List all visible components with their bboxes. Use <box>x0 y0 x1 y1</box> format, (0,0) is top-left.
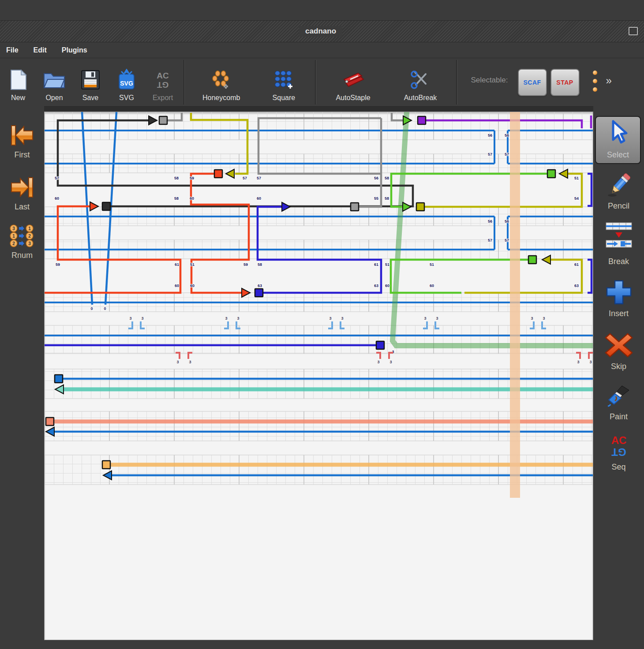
right-tool-panel: SelectPencilBreakInsertSkipPaintACGTSeq <box>593 106 644 649</box>
insertion-count-label: 3 <box>543 316 545 321</box>
open-button[interactable]: Open <box>36 58 72 106</box>
strand-endpoint-square[interactable] <box>255 289 263 297</box>
base-number-label: 63 <box>574 283 579 288</box>
path-view-canvas[interactable]: 5758595757565851605860605558545656575756… <box>44 112 593 640</box>
staple-darkblue-bracket-a[interactable] <box>588 174 592 206</box>
square-button[interactable]: Square <box>255 58 312 106</box>
svg-text:2: 2 <box>28 234 31 239</box>
staple-green-b[interactable] <box>391 260 528 293</box>
crossover-count-label: 3 <box>589 360 592 364</box>
pencil-icon <box>606 173 632 200</box>
toolbar-separator <box>456 60 457 104</box>
tool-paint-button[interactable]: Paint <box>593 385 644 421</box>
strand-endpoint-square[interactable] <box>55 375 63 383</box>
svg-text:1: 1 <box>28 226 31 231</box>
base-number-label: 57 <box>488 152 492 157</box>
menu-edit[interactable]: Edit <box>34 46 47 54</box>
base-number-label: 59 <box>243 262 248 267</box>
tool-label: Break <box>608 257 629 266</box>
tool-insert-button[interactable]: Insert <box>593 279 644 318</box>
base-number-label: 0 <box>90 306 93 311</box>
tool-last-button[interactable]: Last <box>0 176 44 212</box>
strand-endpoint-square[interactable] <box>46 418 54 425</box>
menu-plugins[interactable]: Plugins <box>62 46 87 54</box>
strand-endpoint-square[interactable] <box>547 170 555 178</box>
export-button[interactable]: ACGTExport <box>145 58 181 106</box>
base-number-label: 56 <box>488 219 492 224</box>
crossover-count-label: 3 <box>377 360 379 364</box>
base-number-label: 51 <box>385 262 389 267</box>
toolbar-button-label: Export <box>153 94 173 102</box>
svg-text:1: 1 <box>12 234 15 239</box>
strand-endpoint-square[interactable] <box>102 461 110 469</box>
svg-button[interactable]: SVGSVG <box>109 58 145 106</box>
base-number-label: 63 <box>374 283 378 288</box>
tool-first-button[interactable]: First <box>0 124 44 160</box>
strand-endpoint-square[interactable] <box>376 341 384 349</box>
staple-olive-b[interactable] <box>424 174 582 207</box>
select-cursor-icon <box>606 119 630 149</box>
paint-brush-icon <box>606 385 632 410</box>
base-number-label: 57 <box>243 176 247 180</box>
crossover-count-label: 3 <box>176 360 179 364</box>
new-document-icon <box>9 68 27 91</box>
toolbar-separator <box>183 60 185 104</box>
base-number-label: 54 <box>574 196 579 201</box>
crossover-count-label: 3 <box>577 360 579 364</box>
insertion-count-label: 3 <box>436 316 438 321</box>
tool-label: Seq <box>611 463 625 472</box>
autobreak-button[interactable]: AutoBreak <box>387 58 454 106</box>
insertion-count-label: 3 <box>225 316 227 321</box>
strand-endpoint-square[interactable] <box>528 256 536 264</box>
staple-red[interactable] <box>191 174 249 293</box>
path-view-svg[interactable]: 5758595757565851605860605558545656575756… <box>45 112 594 641</box>
tool-pencil-button[interactable]: Pencil <box>593 173 644 211</box>
strand-endpoint-square[interactable] <box>418 116 426 124</box>
insert-plus-icon <box>605 279 633 307</box>
break-strand-icon <box>605 222 633 255</box>
svg-text:GT: GT <box>157 80 168 90</box>
tool-label: Pencil <box>608 201 629 211</box>
save-floppy-icon <box>81 68 100 91</box>
toolbar-button-label: AutoStaple <box>336 94 370 102</box>
tool-seq-button[interactable]: ACGTSeq <box>593 433 644 472</box>
tool-skip-button[interactable]: Skip <box>593 332 644 371</box>
base-number-label: 51 <box>430 262 434 267</box>
honeycomb-button[interactable]: Honeycomb <box>187 58 255 106</box>
selectable-scaf-toggle[interactable]: SCAF <box>518 69 547 96</box>
tool-select-button[interactable]: Select <box>595 116 641 164</box>
toolbar-button-label: Open <box>45 94 63 102</box>
strand-endpoint-square[interactable] <box>159 116 167 124</box>
tool-rnum-button[interactable]: 311223Rnum <box>0 224 44 260</box>
tool-label: Rnum <box>11 251 33 260</box>
svg-text:AC: AC <box>611 434 626 446</box>
new-button[interactable]: New <box>0 58 36 106</box>
peach-selection-band[interactable] <box>510 112 520 498</box>
toolbar-button-label: Honeycomb <box>202 94 240 102</box>
autostaple-button[interactable]: AutoStaple <box>319 58 387 106</box>
crossover-count-label: 3 <box>389 360 392 364</box>
title-bar[interactable]: cadnano <box>0 21 644 42</box>
strand-endpoint-square[interactable] <box>351 203 359 211</box>
staple-green-a[interactable] <box>391 174 548 207</box>
base-number-label: 56 <box>488 133 492 138</box>
square-lattice-icon <box>273 68 294 91</box>
base-number-label: 59 <box>190 176 194 180</box>
base-number-label: 60 <box>175 283 179 288</box>
save-button[interactable]: Save <box>72 58 109 106</box>
staple-darkblue-bracket-b[interactable] <box>588 260 592 293</box>
window-top-strip <box>0 0 644 21</box>
toolbar-overflow-button[interactable]: » <box>606 75 612 87</box>
staple-olive-c[interactable] <box>464 260 582 293</box>
main-toolbar: NewOpenSaveSVGSVGACGTExportHoneycombSqua… <box>0 58 644 107</box>
menu-file[interactable]: File <box>6 46 19 54</box>
toolbar-kebab-dots-icon <box>593 71 597 92</box>
base-number-label: 60 <box>257 196 261 201</box>
window-restore-icon[interactable] <box>629 27 638 35</box>
tool-break-button[interactable]: Break <box>593 222 644 266</box>
selectable-stap-toggle[interactable]: STAP <box>550 69 580 96</box>
strand-endpoint-square[interactable] <box>214 170 222 178</box>
base-number-label: 58 <box>174 176 179 180</box>
strand-endpoint-square[interactable] <box>102 202 110 210</box>
strand-endpoint-square[interactable] <box>416 203 424 211</box>
